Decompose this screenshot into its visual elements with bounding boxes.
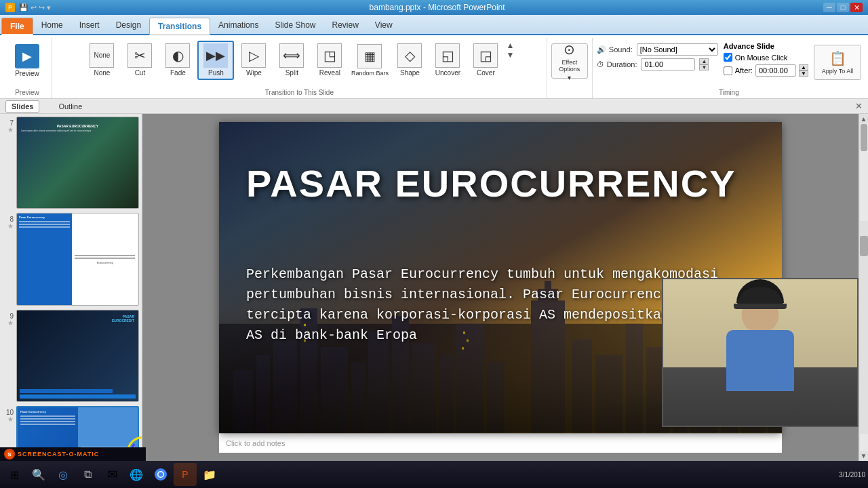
screencast-bar: S SCREENCAST-O-MATIC — [0, 447, 146, 461]
transition-split[interactable]: ⟺ Split — [273, 41, 310, 80]
outline-tab[interactable]: Outline — [53, 101, 87, 112]
duration-input[interactable] — [641, 58, 695, 70]
sound-select[interactable]: [No Sound] — [637, 43, 718, 56]
notes-bar[interactable]: Click to add notes — [219, 433, 782, 453]
thumb-10-line1 — [20, 415, 75, 417]
transition-cut[interactable]: ✂ Cut — [121, 41, 158, 80]
taskbar-system-tray: 3/1/2010 — [839, 471, 865, 479]
slide-thumb-8[interactable]: 8 ★ Pasar Eurocurrency — [3, 213, 139, 305]
sound-icon-label: 🔊 Sound: — [597, 45, 633, 54]
transition-cover[interactable]: ◲ Cover — [467, 41, 504, 80]
scroll-down-button[interactable]: ▼ — [859, 451, 868, 461]
after-checkbox[interactable] — [724, 66, 732, 75]
after-spinner[interactable]: ▲ ▼ — [799, 64, 808, 77]
slide-thumb-9[interactable]: 9 ★ PASAREUROCREDIT — [3, 310, 139, 402]
apply-to-all-button[interactable]: 📋 Apply To All — [814, 45, 861, 80]
transition-shape[interactable]: ◇ Shape — [391, 41, 428, 80]
taskbar-taskview-button[interactable]: ⧉ — [76, 463, 99, 486]
slide-panel: 7 ★ PASAR EUROCURRENCY Lorem ipsum dolor… — [0, 114, 142, 461]
advance-slide-section: Advance Slide On Mouse Click After: ▲ ▼ — [724, 41, 808, 87]
taskbar-mail-button[interactable]: ✉ — [100, 463, 123, 486]
thumb-8-chart — [75, 255, 135, 256]
slide-title: PASAR EUROCURRENCY — [246, 163, 755, 205]
push-icon: ▶▶ — [203, 43, 228, 68]
tab-animations[interactable]: Animations — [210, 16, 267, 34]
duration-icon-label: ⏱ Duration: — [597, 60, 637, 68]
tab-design[interactable]: Design — [108, 16, 149, 34]
scroll-thumb[interactable] — [861, 124, 867, 151]
below-ribbon: Slides Outline ✕ — [0, 99, 868, 114]
main-area: 7 ★ PASAR EUROCURRENCY Lorem ipsum dolor… — [0, 114, 868, 461]
tab-transitions[interactable]: Transitions — [149, 18, 210, 35]
after-down[interactable]: ▼ — [799, 70, 808, 77]
after-input[interactable] — [755, 64, 796, 77]
shape-icon: ◇ — [397, 43, 422, 68]
transition-none[interactable]: None None — [83, 41, 120, 80]
on-mouse-click-row: On Mouse Click — [724, 53, 808, 62]
after-up[interactable]: ▲ — [799, 64, 808, 70]
person-cap-brim — [734, 304, 787, 309]
close-panel-button[interactable]: ✕ — [855, 101, 863, 111]
transition-fade[interactable]: ◐ Fade — [159, 41, 196, 80]
wipe-label: Wipe — [246, 69, 262, 77]
split-icon: ⟺ — [279, 43, 304, 68]
preview-icon: ▶ — [22, 49, 32, 64]
scroll-up-button[interactable]: ▲ — [859, 114, 868, 124]
advance-slide-title: Advance Slide — [724, 42, 808, 50]
taskbar-powerpoint-button[interactable]: P — [174, 463, 197, 486]
minimize-button[interactable]: ─ — [823, 3, 835, 12]
svg-rect-2 — [256, 355, 270, 433]
duration-row: ⏱ Duration: ▲ ▼ — [597, 58, 718, 70]
on-mouse-click-checkbox[interactable] — [724, 53, 732, 62]
duration-down[interactable]: ▼ — [699, 64, 709, 70]
tab-slideshow[interactable]: Slide Show — [267, 16, 323, 34]
timing-group-label: Timing — [597, 87, 861, 98]
transition-uncover[interactable]: ◱ Uncover — [429, 41, 466, 80]
person-shirt — [726, 330, 794, 391]
ribbon-group-transitions: None None ✂ Cut ◐ Fade ▶▶ Push ▷ Wipe — [52, 38, 547, 98]
random-bars-icon: ▦ — [357, 44, 382, 68]
slide-thumb-7[interactable]: 7 ★ PASAR EUROCURRENCY Lorem ipsum dolor… — [3, 117, 139, 209]
transition-group-label: Transition to This Slide — [56, 87, 542, 98]
transition-push[interactable]: ▶▶ Push — [197, 41, 234, 80]
preview-button[interactable]: ▶ Preview — [7, 41, 47, 80]
taskbar-cortana-button[interactable]: ◎ — [52, 463, 75, 486]
slide-panel-inner: 7 ★ PASAR EUROCURRENCY Lorem ipsum dolor… — [0, 114, 142, 461]
svg-rect-7 — [368, 332, 389, 433]
thumb-7-title: PASAR EUROCURRENCY — [21, 124, 134, 128]
slide-star-8: ★ — [7, 223, 14, 230]
effect-options-button[interactable]: ⊙ EffectOptions ▾ — [551, 43, 588, 79]
slide-thumb-img-7: PASAR EUROCURRENCY Lorem ipsum dolor sit… — [16, 117, 139, 209]
tab-review[interactable]: Review — [324, 16, 367, 34]
taskbar-windows-button[interactable]: ⊞ — [3, 463, 26, 486]
taskbar-chrome-button[interactable] — [149, 463, 172, 486]
preview-label: Preview — [15, 70, 39, 77]
wipe-icon: ▷ — [241, 43, 266, 68]
app-icon: P — [5, 3, 15, 12]
transition-reveal[interactable]: ◳ Reveal — [311, 41, 348, 80]
transition-wipe[interactable]: ▷ Wipe — [235, 41, 272, 80]
after-label: After: — [735, 66, 753, 75]
fade-label: Fade — [170, 69, 186, 77]
tab-file[interactable]: File — [1, 18, 33, 35]
slides-tab[interactable]: Slides — [5, 100, 39, 113]
maximize-button[interactable]: □ — [837, 3, 849, 12]
tab-insert[interactable]: Insert — [71, 16, 108, 34]
tab-home[interactable]: Home — [33, 16, 71, 34]
on-mouse-click-label: On Mouse Click — [735, 54, 788, 62]
random-bars-label: Random Bars — [351, 70, 389, 77]
duration-spinner[interactable]: ▲ ▼ — [699, 58, 709, 70]
webcam-overlay — [662, 278, 859, 427]
close-button[interactable]: ✕ — [850, 3, 863, 12]
preview-group-label: Preview — [7, 87, 47, 98]
ribbon-group-preview: ▶ Preview Preview — [3, 38, 52, 98]
taskbar-browser-button[interactable]: 🌐 — [125, 463, 148, 486]
screencast-logo: S — [4, 449, 15, 460]
taskbar-search-button[interactable]: 🔍 — [27, 463, 50, 486]
taskbar-file-button[interactable]: 📁 — [198, 463, 221, 486]
ribbon-scroll[interactable]: ▲ ▼ — [505, 41, 515, 60]
tab-view[interactable]: View — [367, 16, 401, 34]
svg-rect-5 — [321, 347, 348, 432]
transition-random-bars[interactable]: ▦ Random Bars — [349, 41, 390, 80]
duration-up[interactable]: ▲ — [699, 58, 709, 64]
